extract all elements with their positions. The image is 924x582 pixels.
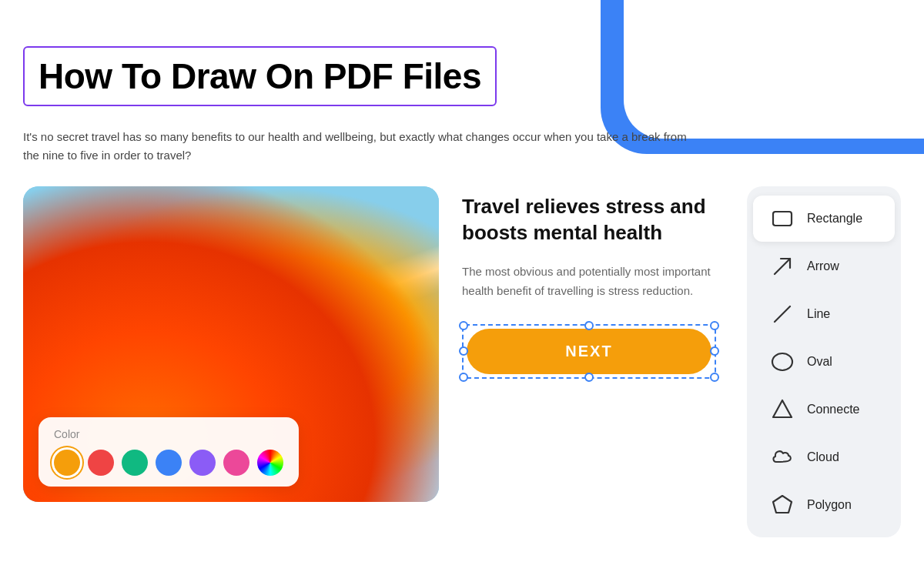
arrow-icon	[768, 253, 796, 280]
shape-polygon[interactable]: Polygon	[753, 482, 895, 528]
next-button[interactable]: NEXT	[467, 329, 711, 374]
page-title: How To Draw On PDF Files	[38, 55, 481, 97]
article-description: The most obvious and potentially most im…	[462, 262, 716, 301]
arrow-label: Arrow	[807, 259, 839, 273]
handle-top-left[interactable]	[459, 321, 468, 330]
rectangle-label: Rectangle	[807, 212, 862, 226]
image-container: Color	[23, 186, 439, 502]
handle-top-right[interactable]	[710, 321, 719, 330]
connected-label: Connecte	[807, 403, 860, 416]
swatch-blue[interactable]	[156, 450, 182, 476]
article-content: Travel relieves stress and boosts mental…	[439, 186, 739, 386]
svg-point-3	[772, 353, 792, 370]
color-swatches	[54, 450, 283, 476]
svg-line-1	[775, 259, 790, 274]
polygon-label: Polygon	[807, 498, 852, 512]
line-icon	[768, 300, 796, 328]
handle-middle-right[interactable]	[710, 346, 719, 356]
handle-top-center[interactable]	[584, 321, 594, 330]
shape-rectangle[interactable]: Rectangle	[753, 196, 895, 242]
swatch-red[interactable]	[88, 450, 114, 476]
svg-marker-5	[773, 496, 792, 513]
line-label: Line	[807, 307, 830, 321]
oval-icon	[768, 348, 796, 376]
color-picker: Color	[38, 417, 299, 487]
cloud-icon	[768, 443, 796, 471]
color-label: Color	[54, 428, 283, 440]
svg-rect-0	[773, 212, 792, 226]
handle-bottom-right[interactable]	[710, 373, 719, 382]
shape-connected[interactable]: Connecte	[753, 386, 895, 433]
shape-panel: Rectangle Arrow Line	[747, 186, 901, 537]
swatch-purple[interactable]	[189, 450, 216, 476]
title-box: How To Draw On PDF Files	[23, 46, 497, 106]
swatch-rainbow[interactable]	[257, 450, 283, 476]
swatch-green[interactable]	[122, 450, 148, 476]
svg-line-2	[775, 306, 790, 322]
rectangle-icon	[768, 205, 796, 232]
shape-arrow[interactable]: Arrow	[753, 243, 895, 289]
cloud-label: Cloud	[807, 450, 839, 464]
shape-oval[interactable]: Oval	[753, 339, 895, 385]
handle-bottom-left[interactable]	[459, 373, 468, 382]
shape-line[interactable]: Line	[753, 291, 895, 337]
swatch-orange[interactable]	[54, 450, 80, 476]
shape-cloud[interactable]: Cloud	[753, 434, 895, 480]
selection-box: NEXT	[462, 324, 716, 379]
handle-bottom-center[interactable]	[584, 373, 594, 382]
connected-icon	[768, 396, 796, 423]
handle-middle-left[interactable]	[459, 346, 468, 356]
swatch-pink[interactable]	[223, 450, 249, 476]
oval-label: Oval	[807, 355, 832, 369]
polygon-icon	[768, 491, 796, 519]
svg-marker-4	[773, 400, 792, 417]
page-description: It's no secret travel has so many benefi…	[23, 128, 693, 165]
article-title: Travel relieves stress and boosts mental…	[462, 194, 716, 246]
